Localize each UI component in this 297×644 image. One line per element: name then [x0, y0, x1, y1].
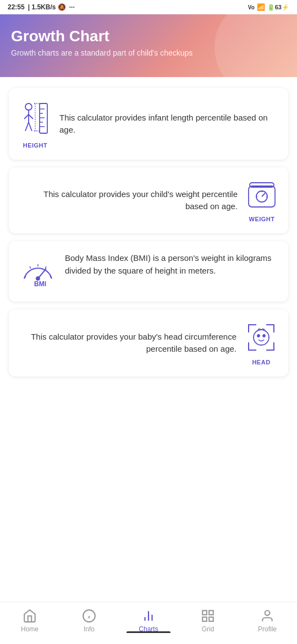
nav-info-label: Info — [84, 625, 95, 633]
head-text: This calculator provides your baby's hea… — [19, 331, 237, 356]
cards-container: HEIGHT This calculator provides infant l… — [0, 77, 297, 388]
page-title: Growth Chart — [11, 28, 286, 45]
head-icon — [244, 320, 278, 354]
battery-icon: 🔋63⚡ — [267, 4, 289, 11]
nav-active-indicator — [127, 631, 170, 633]
head-icon-container: HEAD — [244, 320, 278, 365]
svg-point-31 — [257, 335, 260, 337]
volte-icon: Vo — [248, 4, 255, 10]
bmi-text: Body Mass Index (BMI) is a person's weig… — [65, 252, 278, 277]
weight-icon-container: WEIGHT — [245, 178, 278, 222]
nav-home-label: Home — [21, 625, 38, 633]
weight-card[interactable]: This calculator provides your child's we… — [9, 167, 288, 233]
weight-text: This calculator provides your child's we… — [19, 188, 238, 213]
weight-label: WEIGHT — [245, 216, 278, 222]
status-bar: 22:55 | 1.5KB/s 🔕 ··· Vo 📶 🔋63⚡ — [0, 0, 297, 14]
nav-home[interactable]: Home — [13, 609, 46, 633]
bmi-card[interactable]: BMI Body Mass Index (BMI) is a person's … — [9, 241, 288, 302]
svg-point-30 — [254, 330, 269, 345]
svg-point-32 — [263, 335, 265, 337]
bmi-icon-container: BMI — [19, 252, 57, 291]
svg-line-10 — [25, 122, 29, 131]
status-right: Vo 📶 🔋63⚡ — [248, 3, 289, 11]
bottom-nav: Home Info Charts Grid Profi — [0, 602, 297, 644]
head-card[interactable]: This calculator provides your baby's hea… — [9, 309, 288, 376]
nav-profile-label: Profile — [258, 625, 277, 633]
info-icon — [82, 609, 96, 623]
bmi-icon: BMI — [19, 252, 57, 291]
height-label: HEIGHT — [19, 142, 52, 149]
svg-point-6 — [25, 103, 32, 110]
svg-line-8 — [24, 114, 29, 119]
nav-charts[interactable]: Charts — [132, 609, 165, 633]
svg-line-9 — [29, 114, 33, 119]
page-header: Growth Chart Growth charts are a standar… — [0, 14, 297, 77]
svg-rect-41 — [209, 617, 213, 621]
signal-icon: 📶 — [257, 3, 265, 11]
nav-profile[interactable]: Profile — [251, 609, 284, 633]
grid-icon — [201, 609, 215, 623]
nav-grid[interactable]: Grid — [191, 609, 224, 633]
page-subtitle: Growth charts are a standard part of chi… — [11, 48, 286, 57]
height-card[interactable]: HEIGHT This calculator provides infant l… — [9, 88, 288, 160]
head-label: HEAD — [244, 359, 278, 365]
status-dots: ··· — [69, 3, 75, 11]
svg-rect-40 — [209, 610, 213, 615]
svg-rect-42 — [202, 617, 207, 621]
home-icon — [23, 609, 37, 623]
svg-rect-0 — [40, 103, 47, 133]
svg-text:BMI: BMI — [34, 280, 46, 288]
status-left: 22:55 | 1.5KB/s 🔕 ··· — [8, 3, 75, 11]
height-text: This calculator provides infant length p… — [59, 112, 278, 137]
profile-icon — [260, 609, 274, 623]
charts-icon — [141, 609, 156, 623]
nav-grid-label: Grid — [202, 625, 215, 633]
svg-line-23 — [30, 266, 31, 269]
weight-icon — [245, 178, 278, 211]
status-network: | 1.5KB/s 🔕 — [28, 3, 66, 11]
svg-point-43 — [265, 610, 270, 615]
svg-line-11 — [29, 122, 32, 131]
svg-rect-39 — [202, 610, 207, 615]
status-time: 22:55 — [8, 3, 25, 11]
nav-info[interactable]: Info — [73, 609, 106, 633]
height-icon-container: HEIGHT — [19, 99, 52, 149]
height-icon — [19, 99, 52, 138]
svg-line-25 — [45, 266, 46, 269]
svg-line-18 — [262, 193, 265, 197]
